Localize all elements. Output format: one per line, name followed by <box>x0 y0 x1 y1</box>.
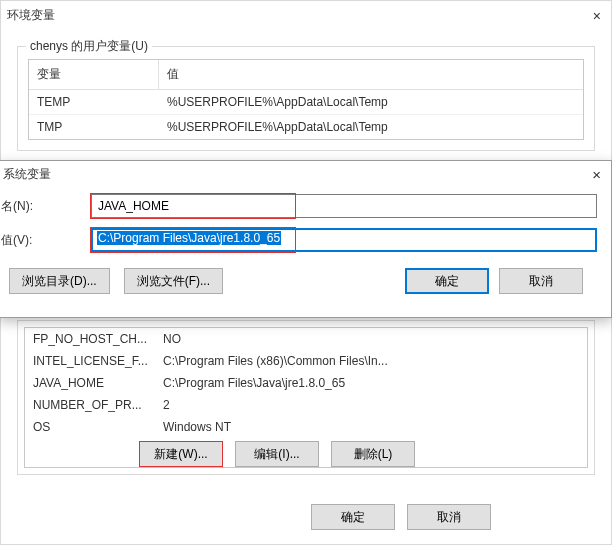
cell-value: %USERPROFILE%\AppData\Local\Temp <box>159 90 583 114</box>
cell-value: %USERPROFILE%\AppData\Local\Temp <box>159 115 583 139</box>
cell-name: FP_NO_HOST_CH... <box>33 332 163 346</box>
main-dialog-buttons: 确定 取消 <box>311 504 491 530</box>
header-value[interactable]: 值 <box>159 60 583 89</box>
ok-button[interactable]: 确定 <box>405 268 489 294</box>
variable-name-label: 名(N): <box>0 198 91 215</box>
user-vars-title: chenys 的用户变量(U) <box>26 38 152 55</box>
cell-name: TMP <box>29 115 159 139</box>
table-row[interactable]: JAVA_HOME C:\Program Files\Java\jre1.8.0… <box>25 372 587 394</box>
cell-name: NUMBER_OF_PR... <box>33 398 163 412</box>
table-row[interactable]: TMP %USERPROFILE%\AppData\Local\Temp <box>29 115 583 139</box>
header-name[interactable]: 变量 <box>29 60 159 89</box>
delete-button[interactable]: 删除(L) <box>331 441 415 467</box>
modal-title: 系统变量 <box>3 166 51 183</box>
table-row[interactable]: INTEL_LICENSE_F... C:\Program Files (x86… <box>25 350 587 372</box>
table-header: 变量 值 <box>29 60 583 90</box>
cell-name: INTEL_LICENSE_F... <box>33 354 163 368</box>
cancel-button[interactable]: 取消 <box>407 504 491 530</box>
variable-name-input[interactable] <box>91 194 597 218</box>
cell-name: JAVA_HOME <box>33 376 163 390</box>
cell-value: Windows NT <box>163 420 579 434</box>
edit-button[interactable]: 编辑(I)... <box>235 441 319 467</box>
browse-directory-button[interactable]: 浏览目录(D)... <box>9 268 110 294</box>
variable-name-row: 名(N): <box>0 194 597 218</box>
user-vars-table[interactable]: 变量 值 TEMP %USERPROFILE%\AppData\Local\Te… <box>28 59 584 140</box>
new-button[interactable]: 新建(W)... <box>139 441 223 467</box>
user-vars-groupbox: chenys 的用户变量(U) 变量 值 TEMP %USERPROFILE%\… <box>17 46 595 151</box>
variable-value-input[interactable] <box>91 228 597 252</box>
modal-titlebar: 系统变量 × <box>0 161 611 186</box>
main-title: 环境变量 <box>7 7 55 24</box>
system-vars-buttons: 新建(W)... 编辑(I)... 删除(L) <box>139 441 415 467</box>
modal-buttons: 浏览目录(D)... 浏览文件(F)... 确定 取消 <box>0 262 597 294</box>
browse-file-button[interactable]: 浏览文件(F)... <box>124 268 223 294</box>
variable-value-label: 值(V): <box>0 232 91 249</box>
cell-name: TEMP <box>29 90 159 114</box>
table-row[interactable]: NUMBER_OF_PR... 2 <box>25 394 587 416</box>
table-row[interactable]: TEMP %USERPROFILE%\AppData\Local\Temp <box>29 90 583 115</box>
cell-value: NO <box>163 332 579 346</box>
cell-value: 2 <box>163 398 579 412</box>
modal-body: 名(N): 值(V): C:\Program Files\Java\jre1.8… <box>0 186 611 298</box>
edit-system-variable-dialog: 系统变量 × 名(N): 值(V): C:\Program Files\Java… <box>0 160 612 318</box>
table-row[interactable]: FP_NO_HOST_CH... NO <box>25 328 587 350</box>
variable-value-row: 值(V): C:\Program Files\Java\jre1.8.0_65 <box>0 228 597 252</box>
ok-button[interactable]: 确定 <box>311 504 395 530</box>
cell-value: C:\Program Files (x86)\Common Files\In..… <box>163 354 579 368</box>
cell-value: C:\Program Files\Java\jre1.8.0_65 <box>163 376 579 390</box>
close-icon[interactable]: × <box>592 166 601 183</box>
main-titlebar: 环境变量 × <box>1 1 611 28</box>
close-icon[interactable]: × <box>593 8 601 24</box>
table-row[interactable]: OS Windows NT <box>25 416 587 438</box>
cancel-button[interactable]: 取消 <box>499 268 583 294</box>
cell-name: OS <box>33 420 163 434</box>
